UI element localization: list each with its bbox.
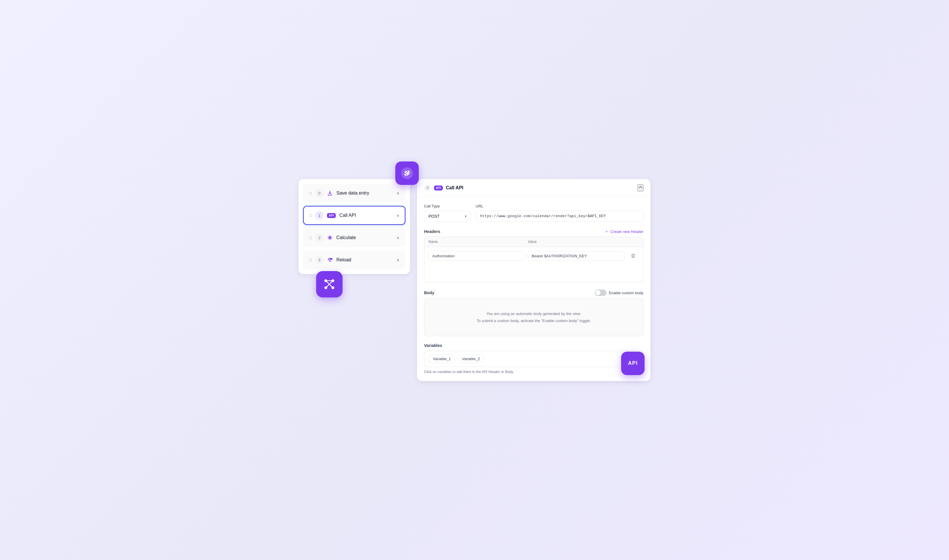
save-icon [327,190,333,196]
panel-api-badge: API [434,186,443,191]
call-type-chevron: ▾ [465,214,467,218]
steps-list: 0 Save data entry ∨ 1 API Call API ∨ [299,179,410,274]
variables-chips-container: Variable_1 Variable_2 [424,351,643,367]
step-chevron-1: ∨ [397,213,400,218]
delete-header-button-0[interactable] [627,253,639,258]
panel-collapse-button[interactable] [637,184,643,191]
step-chevron-2: ∨ [397,235,400,240]
reload-icon [327,257,333,263]
headers-col-value: Value [528,240,627,244]
call-type-label: Call Type [424,204,471,208]
step-chevron-3: ∨ [397,258,400,262]
panel-header: 0 API Call API [417,179,650,197]
headers-section-header: Headers ＋ Create new Header [424,229,643,234]
body-group: Body Enable custom body You are using an… [424,289,643,336]
drag-handle-1[interactable] [309,214,312,217]
step-label-1: Call API [339,213,393,218]
url-group: URL [476,204,643,222]
toggle-wrapper: Enable custom body [595,289,643,296]
headers-group: Headers ＋ Create new Header Name Value [424,229,643,283]
call-type-value: POST [429,214,440,218]
panel-header-left: 0 API Call API [424,184,463,191]
create-header-button[interactable]: ＋ Create new Header [605,229,643,234]
header-value-input-0[interactable] [528,251,624,261]
call-type-select[interactable]: POST ▾ [424,211,471,222]
variables-hint: Click on variables to add them to the AP… [424,370,643,374]
svg-point-2 [408,171,409,172]
step-number-3: 3 [315,256,324,264]
variable-chip-0[interactable]: Variable_1 [429,355,455,363]
body-section-header: Body Enable custom body [424,289,643,296]
top-float-icon [395,162,419,185]
panel-title: Call API [446,185,463,191]
step-number-2: 2 [315,234,324,242]
step-item-0[interactable]: 0 Save data entry ∨ [303,184,405,203]
main-container: 0 Save data entry ∨ 1 API Call API ∨ [299,179,650,381]
call-type-url-row: Call Type POST ▾ URL [424,204,643,222]
plus-icon: ＋ [605,229,608,234]
body-placeholder: You are using an automatic body generate… [424,298,643,336]
step-item-3[interactable]: 3 Reload ∨ [303,251,405,269]
url-input[interactable] [476,211,643,222]
headers-table-header-row: Name Value [424,237,643,247]
svg-point-1 [405,174,406,175]
right-panel: 0 API Call API Call Type POST ▾ [417,179,650,381]
headers-label: Headers [424,229,440,234]
step-label-0: Save data entry [336,191,393,196]
body-label: Body [424,291,434,295]
body-placeholder-text: You are using an automatic body generate… [430,310,637,324]
body-placeholder-line1: You are using an automatic body generate… [486,311,581,316]
api-icon-badge: API [327,213,336,218]
step-label-2: Calculate [336,235,393,240]
url-label: URL [476,204,643,208]
toggle-label: Enable custom body [609,291,643,295]
header-row-0 [424,247,643,265]
create-header-label: Create new Header [610,229,643,234]
step-item-1[interactable]: 1 API Call API ∨ [303,206,405,225]
header-name-input-0[interactable] [429,251,525,261]
api-float-icon-right: API [621,352,645,375]
step-number-0: 0 [315,189,324,197]
bottom-flow-icon [316,271,343,297]
custom-body-toggle[interactable] [595,289,606,296]
variables-label: Variables [424,343,643,348]
headers-col-action [627,240,639,244]
variables-section: Variables Variable_1 Variable_2 Click on… [424,343,643,374]
panel-body: Call Type POST ▾ URL Headers ＋ [417,197,650,381]
headers-table: Name Value [424,237,643,283]
calculate-icon [327,235,333,241]
panel-step-number: 0 [424,184,431,191]
step-item-2[interactable]: 2 Calculate ∨ [303,228,405,247]
headers-empty-row [424,265,643,282]
left-panel: 0 Save data entry ∨ 1 API Call API ∨ [299,179,410,274]
drag-handle-3[interactable] [309,259,312,262]
headers-col-name: Name [429,240,528,244]
body-placeholder-line2: To submit a custom body, activate the "E… [477,318,591,323]
step-number-1: 1 [315,211,324,220]
drag-handle-0[interactable] [309,192,312,195]
step-chevron-0: ∨ [397,191,400,195]
api-float-label: API [628,360,637,366]
call-type-group: Call Type POST ▾ [424,204,471,222]
variable-chip-1[interactable]: Variable_2 [457,355,484,363]
drag-handle-2[interactable] [309,237,312,239]
step-label-3: Reload [336,257,393,263]
